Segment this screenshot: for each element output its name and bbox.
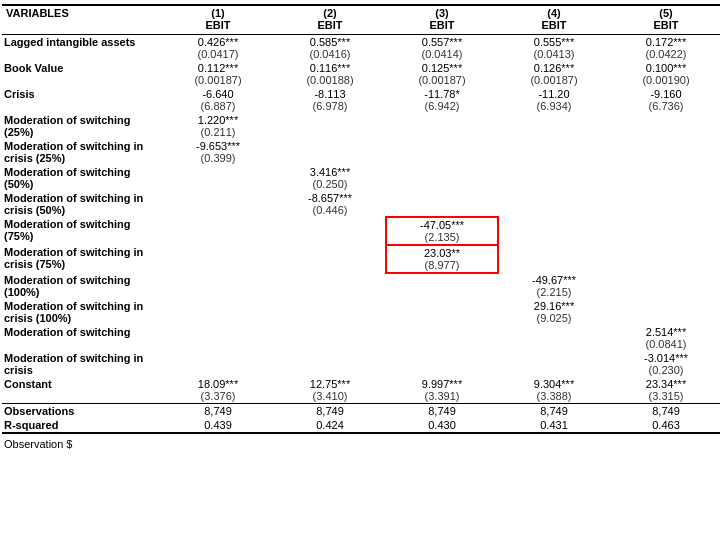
variable-label: Moderation of switching in crisis (75%): [2, 245, 162, 273]
cell-se: (6.934): [502, 100, 606, 112]
cell-value: 0.126***: [502, 62, 606, 74]
cell-value: -49.67***: [502, 274, 606, 286]
variable-label: Moderation of switching (50%): [2, 165, 162, 191]
cell-c2: 12.75***(3.410): [274, 377, 386, 404]
cell-c5: 23.34***(3.315): [610, 377, 720, 404]
table-row: Lagged intangible assets0.426***(0.0417)…: [2, 35, 720, 62]
cell-c5: -3.014***(0.230): [610, 351, 720, 377]
footer-row: Observations8,7498,7498,7498,7498,749: [2, 404, 720, 419]
cell-value: 0.172***: [614, 36, 718, 48]
cell-value: -6.640: [166, 88, 270, 100]
cell-c4: 0.555***(0.0413): [498, 35, 610, 62]
cell-c1: [162, 325, 274, 351]
cell-c4: -11.20(6.934): [498, 87, 610, 113]
cell-value: 0.426***: [166, 36, 270, 48]
cell-value: -8.113: [278, 88, 382, 100]
cell-se: (0.0413): [502, 48, 606, 60]
table-row: Moderation of switching2.514***(0.0841): [2, 325, 720, 351]
table-row: Moderation of switching (25%)1.220***(0.…: [2, 113, 720, 139]
footer-cell: 8,749: [386, 404, 498, 419]
cell-value: 0.100***: [614, 62, 718, 74]
cell-c1: [162, 245, 274, 273]
table-row: Moderation of switching (50%)3.416***(0.…: [2, 165, 720, 191]
cell-c3: -11.78*(6.942): [386, 87, 498, 113]
cell-value: 0.116***: [278, 62, 382, 74]
cell-value: -47.05***: [391, 219, 493, 231]
cell-se: (0.00187): [166, 74, 270, 86]
cell-c1: [162, 273, 274, 299]
variable-label: Moderation of switching (75%): [2, 217, 162, 245]
cell-c2: [274, 325, 386, 351]
cell-c4: [498, 217, 610, 245]
cell-c5: 2.514***(0.0841): [610, 325, 720, 351]
cell-c1: -9.653***(0.399): [162, 139, 274, 165]
cell-c4: [498, 325, 610, 351]
variable-label: Moderation of switching in crisis (25%): [2, 139, 162, 165]
cell-se: (0.00190): [614, 74, 718, 86]
variable-label: Crisis: [2, 87, 162, 113]
cell-se: (0.211): [166, 126, 270, 138]
table-row: Moderation of switching (75%)-47.05***(2…: [2, 217, 720, 245]
cell-c2: [274, 351, 386, 377]
cell-se: (0.0417): [166, 48, 270, 60]
cell-value: 23.03**: [391, 247, 493, 259]
cell-c5: [610, 113, 720, 139]
cell-c3: 0.125***(0.00187): [386, 61, 498, 87]
cell-c1: 18.09***(3.376): [162, 377, 274, 404]
cell-c5: [610, 217, 720, 245]
col4-header: (4) EBIT: [498, 5, 610, 35]
table-row: Crisis-6.640(6.887)-8.113(6.978)-11.78*(…: [2, 87, 720, 113]
cell-value: 9.304***: [502, 378, 606, 390]
cell-c4: [498, 351, 610, 377]
cell-c3: [386, 325, 498, 351]
footer-label: Observations: [2, 404, 162, 419]
cell-se: (0.0416): [278, 48, 382, 60]
cell-se: (3.410): [278, 390, 382, 402]
cell-value: -11.78*: [390, 88, 494, 100]
cell-c3: [386, 191, 498, 217]
cell-se: (6.887): [166, 100, 270, 112]
col3-header: (3) EBIT: [386, 5, 498, 35]
cell-c1: [162, 191, 274, 217]
cell-c1: -6.640(6.887): [162, 87, 274, 113]
variables-header: VARIABLES: [2, 5, 162, 35]
footer-cell: 0.439: [162, 418, 274, 433]
cell-c2: 3.416***(0.250): [274, 165, 386, 191]
variable-label: Moderation of switching (25%): [2, 113, 162, 139]
cell-se: (0.00187): [502, 74, 606, 86]
cell-value: -8.657***: [278, 192, 382, 204]
cell-c3: [386, 165, 498, 191]
cell-se: (6.942): [390, 100, 494, 112]
cell-se: (8.977): [391, 259, 493, 271]
cell-c2: 0.116***(0.00188): [274, 61, 386, 87]
cell-c2: [274, 245, 386, 273]
variable-label: Moderation of switching in crisis (100%): [2, 299, 162, 325]
cell-c1: 1.220***(0.211): [162, 113, 274, 139]
table-row: Moderation of switching in crisis (25%)-…: [2, 139, 720, 165]
cell-c4: [498, 191, 610, 217]
cell-c1: [162, 299, 274, 325]
cell-c5: [610, 245, 720, 273]
cell-se: (2.215): [502, 286, 606, 298]
cell-se: (0.230): [614, 364, 718, 376]
footer-cell: 0.431: [498, 418, 610, 433]
cell-c5: [610, 165, 720, 191]
cell-value: 12.75***: [278, 378, 382, 390]
footer-cell: 8,749: [498, 404, 610, 419]
variable-label: Moderation of switching: [2, 325, 162, 351]
cell-c5: -9.160(6.736): [610, 87, 720, 113]
cell-c1: [162, 351, 274, 377]
cell-c5: [610, 139, 720, 165]
cell-value: 2.514***: [614, 326, 718, 338]
cell-c1: [162, 165, 274, 191]
cell-se: (3.388): [502, 390, 606, 402]
cell-c5: [610, 191, 720, 217]
cell-value: 0.555***: [502, 36, 606, 48]
footnote: Observation $: [2, 438, 718, 450]
cell-c1: [162, 217, 274, 245]
cell-c2: [274, 217, 386, 245]
cell-value: 18.09***: [166, 378, 270, 390]
cell-se: (0.00187): [390, 74, 494, 86]
cell-value: -3.014***: [614, 352, 718, 364]
cell-value: 0.112***: [166, 62, 270, 74]
